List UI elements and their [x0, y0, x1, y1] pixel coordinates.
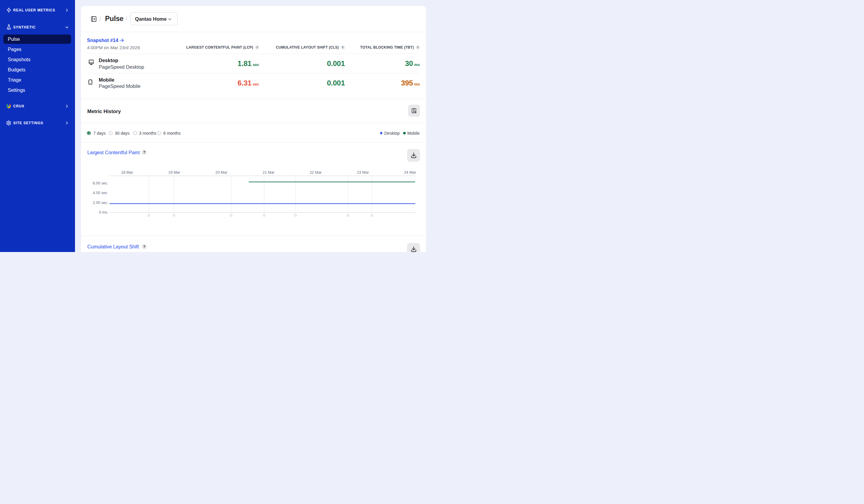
svg-text:19 Mar: 19 Mar: [168, 170, 181, 175]
svg-text:21 Mar: 21 Mar: [263, 170, 275, 175]
svg-text:2.00 sec: 2.00 sec: [93, 200, 107, 205]
svg-text:23 Mar: 23 Mar: [357, 170, 369, 175]
svg-text:20 Mar: 20 Mar: [215, 170, 228, 175]
svg-text:0 ms: 0 ms: [99, 210, 107, 215]
svg-text:18 Mar: 18 Mar: [121, 170, 133, 175]
svg-text:6.00 sec: 6.00 sec: [93, 181, 107, 185]
svg-text:4.00 sec: 4.00 sec: [93, 191, 107, 195]
svg-text:22 Mar: 22 Mar: [310, 170, 322, 175]
svg-text:24 Mar: 24 Mar: [404, 170, 416, 175]
